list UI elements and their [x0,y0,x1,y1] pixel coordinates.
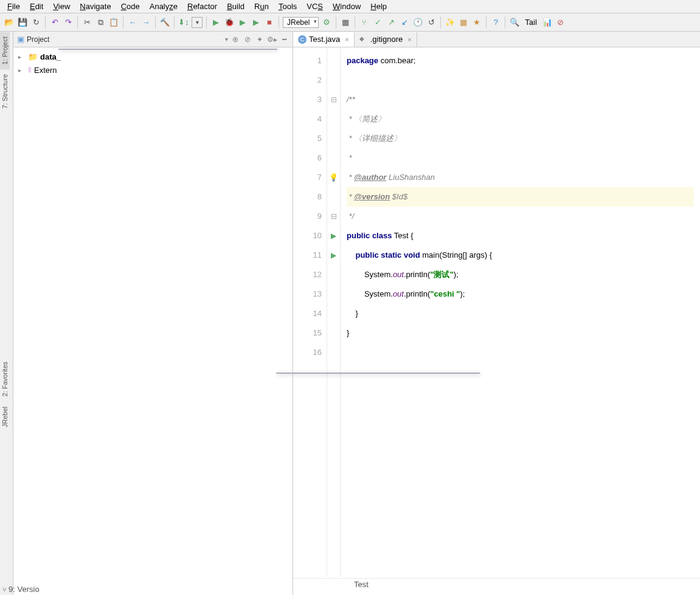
project-context-menu [58,49,277,50]
build-icon[interactable]: 🔨 [159,17,170,28]
save-icon[interactable]: 💾 [17,17,28,28]
git-submenu [276,373,480,374]
back-icon[interactable]: ← [127,17,138,28]
menu-tools[interactable]: Tools [274,1,302,12]
tab-project[interactable]: 1: Project [0,32,10,69]
hide-icon[interactable]: ━ [279,35,289,44]
chevron-right-icon[interactable]: ▸ [18,67,26,74]
branch-icon[interactable]: ⑂ [359,17,370,28]
tab-gitignore[interactable]: ◆ .gitignore × [355,32,417,47]
string-literal: "测试" [430,270,453,279]
run-icon[interactable]: ▶ [210,17,221,28]
profile-icon[interactable]: ▶ [251,17,262,28]
code-text: .println( [404,270,430,279]
tree-root[interactable]: ▸ 📁 data_ [15,50,291,63]
menu-vcs[interactable]: VCS [302,1,328,12]
dropdown-icon[interactable]: ▾ [192,17,203,28]
menu-help[interactable]: Help [366,1,392,12]
close-icon[interactable]: × [405,36,411,43]
target-icon[interactable]: ⊘ [243,35,252,44]
menu-view[interactable]: View [48,1,75,12]
menu-window[interactable]: Window [328,1,366,12]
pull-icon[interactable]: ↙ [399,17,410,28]
project-view-icon: ▣ [17,35,24,44]
tab-favorites[interactable]: 2: Favorites [0,357,10,401]
code-area[interactable]: package com.bear; /** * 〈简述〉 * 〈详细描述〉 * … [341,47,700,577]
redo-icon[interactable]: ↷ [63,17,74,28]
cut-icon[interactable]: ✂ [81,17,92,28]
gear-icon[interactable]: ⚙▸ [267,35,277,44]
stop-icon[interactable]: ■ [264,17,275,28]
code-text: com.bear; [378,56,415,65]
menu-run[interactable]: Run [249,1,274,12]
tail-label[interactable]: Tail [522,18,539,27]
separator [336,16,336,29]
tree-external[interactable]: ▸ ⫴ Extern [15,63,291,77]
code-text: main(String[] args) { [420,250,493,260]
run-gutter-icon[interactable]: ▶ [327,226,340,246]
project-tree[interactable]: ▸ 📁 data_ ▸ ⫴ Extern [13,47,293,79]
vcs-update-icon[interactable]: ⬇↕ [178,17,189,28]
tab-structure[interactable]: 7: Structure [0,69,10,114]
main-toolbar: 📂 💾 ↻ ↶ ↷ ✂ ⧉ 📋 ← → 🔨 ⬇↕ ▾ ▶ 🐞 ▶ ▶ ■ JRe… [0,13,700,32]
refresh-icon[interactable]: ↻ [30,17,41,28]
breadcrumb[interactable]: Test [293,578,700,590]
close-icon[interactable]: × [342,36,348,43]
line-number-gutter: 1234 5678 9101112 13141516 [293,47,327,577]
library-icon: ⫴ [28,65,32,75]
magic-icon[interactable]: ✨ [445,17,456,28]
left-gutter: 1: Project 7: Structure 2: Favorites JRe… [0,32,13,595]
undo-icon[interactable]: ↶ [49,17,60,28]
menu-navigate[interactable]: Navigate [75,1,116,12]
bookmark-icon[interactable]: ★ [471,17,482,28]
structure-icon[interactable]: ▦ [340,17,351,28]
grid-icon[interactable]: ▦ [458,17,469,28]
separator [206,16,207,29]
search-icon[interactable]: 🔍 [509,17,520,28]
chevron-right-icon[interactable]: ▸ [18,53,26,60]
push-icon[interactable]: ↗ [386,17,397,28]
code-text: .println( [404,289,430,298]
code-text [347,289,364,298]
run-gutter-icon[interactable]: ▶ [327,246,340,265]
tab-label: Test.java [309,35,340,44]
keyword: package [347,56,378,65]
string-literal: "ceshi " [430,289,460,298]
commit-icon[interactable]: ✓ [372,17,383,28]
code-text: } [347,309,358,318]
open-icon[interactable]: 📂 [4,17,15,28]
copy-icon[interactable]: ⧉ [95,17,106,28]
code-text [347,250,355,260]
editor: C Test.java × ◆ .gitignore × 1234 5678 9… [293,32,700,577]
debug-icon[interactable]: 🐞 [224,17,235,28]
run-config-select[interactable]: JRebel [283,17,319,28]
restart-icon[interactable]: ⊘ [555,17,566,28]
collapse-icon[interactable]: ⊕ [230,35,240,44]
menu-code[interactable]: Code [116,1,145,12]
view-dropdown-icon[interactable]: ▾ [225,36,228,43]
project-title[interactable]: Project [27,35,221,44]
jrebel-icon[interactable]: ⚙ [321,17,332,28]
menu-analyze[interactable]: Analyze [145,1,182,12]
code-text: System. [364,270,393,279]
history-icon[interactable]: 🕐 [412,17,423,28]
field-ref: out [393,270,404,279]
coverage-icon[interactable]: ▶ [237,17,248,28]
paste-icon[interactable]: 📋 [108,17,119,28]
help-icon[interactable]: ? [490,17,501,28]
menu-edit[interactable]: Edit [25,1,48,12]
settings-icon[interactable]: ✦ [255,35,265,44]
separator [279,16,279,29]
menu-refactor[interactable]: Refactor [182,1,222,12]
forward-icon[interactable]: → [140,17,151,28]
tab-test-java[interactable]: C Test.java × [293,32,355,47]
menu-build[interactable]: Build [222,1,249,12]
bottom-tool-version[interactable]: ⑂ 9: Versio [2,585,40,594]
doc-comment: LiuShanshan [386,173,435,182]
project-tool-window: ▣ Project ▾ ⊕ ⊘ ✦ ⚙▸ ━ ▸ 📁 data_ ▸ ⫴ Ext… [13,32,293,595]
revert-icon[interactable]: ↺ [426,17,437,28]
breadcrumb-item[interactable]: Test [354,580,369,589]
tab-jrebel[interactable]: JRebel [0,402,10,432]
chart-icon[interactable]: 📊 [542,17,553,28]
menu-file[interactable]: File [2,1,25,12]
